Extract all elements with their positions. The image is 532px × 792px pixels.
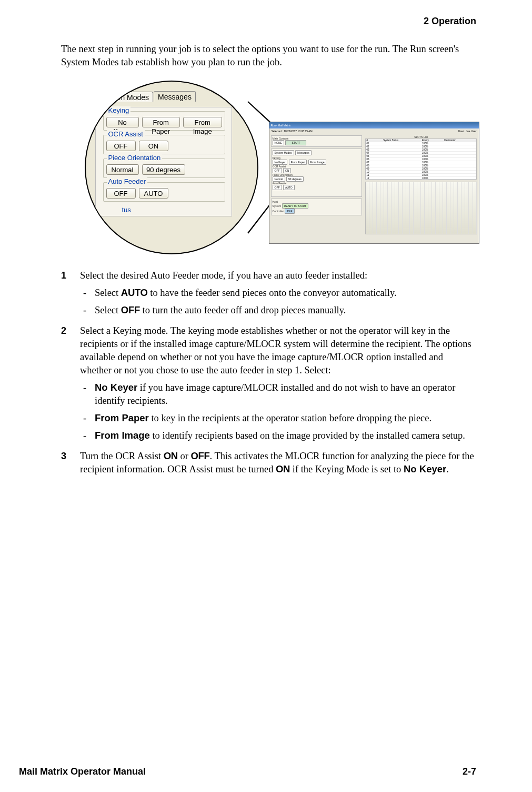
thumb-ocr-on[interactable]: ON xyxy=(283,168,292,173)
step-3-pre1: Turn the OCR Assist xyxy=(80,451,164,461)
thumb-tab-messages[interactable]: Messages xyxy=(295,150,312,155)
group-label-orient: Piece Orientation xyxy=(107,154,163,162)
keying-from-paper-button[interactable]: From Paper xyxy=(142,117,180,127)
step-2c-bold: From Image xyxy=(95,430,150,441)
step-2: Select a Keying mode. The keying mode es… xyxy=(61,324,476,442)
step-3-b1: ON xyxy=(164,450,178,461)
step-2c-post: to identify recipients based on the imag… xyxy=(150,430,465,441)
step-1b: Select OFF to turn the auto feeder off a… xyxy=(80,304,476,317)
thumb-none-button[interactable]: NONE xyxy=(273,140,284,145)
step-3: Turn the OCR Assist ON or OFF. This acti… xyxy=(61,450,476,476)
step-1a-bold: AUTO xyxy=(121,287,148,298)
step-3-b4: No Keyer xyxy=(404,463,446,474)
thumb-orient-label: Piece Orientation xyxy=(273,173,360,176)
thumb-host-label: Host xyxy=(273,200,278,203)
thumb-orient-90[interactable]: 90 degrees xyxy=(286,176,304,182)
thumb-th-status: System Status xyxy=(382,139,421,142)
thumb-titlebar: Run - Mail Matrix xyxy=(269,122,479,128)
step-1a-pre: Select xyxy=(95,288,121,298)
group-keying: Keying No Keyer From Paper From Image xyxy=(103,111,225,131)
thumb-idle: IDLE xyxy=(285,209,295,214)
intro-paragraph: The next step in running your job is to … xyxy=(61,43,476,69)
thumb-controller-label: Controller xyxy=(273,210,284,213)
thumb-slots-table: # System Status Empty Destination 01100%… xyxy=(365,138,477,180)
step-1: Select the desired Auto Feeder mode, if … xyxy=(61,269,476,317)
orient-normal-button[interactable]: Normal xyxy=(106,164,139,175)
step-2a-bold: No Keyer xyxy=(95,382,137,393)
thumb-system-modes: System Modes Messages Keying No Keyer Fr… xyxy=(271,148,362,197)
thumb-feeder-auto[interactable]: AUTO xyxy=(283,185,295,190)
step-1b-post: to turn the auto feeder off and drop pie… xyxy=(140,305,346,315)
keying-no-keyer-button[interactable]: No Keyer xyxy=(106,117,139,127)
step-2b: From Paper to key in the recipients at t… xyxy=(80,412,476,425)
thumb-from-image[interactable]: From Image xyxy=(308,160,327,165)
thumb-system-label: System xyxy=(273,204,282,207)
orient-90deg-button[interactable]: 90 degrees xyxy=(142,164,185,175)
chapter-header: 2 Operation xyxy=(61,16,476,27)
step-3-b2: OFF xyxy=(191,450,210,461)
system-modes-panel: Keying No Keyer From Paper From Image OC… xyxy=(95,107,232,216)
step-3-mid1: or xyxy=(178,451,191,461)
page-footer: Mail Matrix Operator Manual 2-7 xyxy=(0,766,532,792)
step-2c: From Image to identify recipients based … xyxy=(80,429,476,442)
step-3-b3: ON xyxy=(276,463,290,474)
thumb-th-empty: Empty xyxy=(421,139,443,142)
ocr-on-button[interactable]: ON xyxy=(139,141,168,151)
step-1b-pre: Select xyxy=(95,305,121,315)
thumb-host-box: Host System READY TO START Controller ID… xyxy=(271,199,362,215)
group-label-keying: Keying xyxy=(107,106,131,114)
footer-page-number: 2-7 xyxy=(463,766,476,777)
thumb-main-controls: Main Controls NONE START xyxy=(271,135,362,147)
step-3-post3: . xyxy=(446,464,449,474)
step-2b-bold: From Paper xyxy=(95,412,149,423)
step-2a-post: if you have image capture/MLOCR installe… xyxy=(95,382,455,406)
thumb-title: Run - Mail Matrix xyxy=(271,124,291,127)
thumb-feeder-off[interactable]: OFF xyxy=(273,185,282,190)
step-1a-post: to have the feeder send pieces onto the … xyxy=(148,288,397,298)
tab-messages[interactable]: Messages xyxy=(154,91,196,102)
zoom-lens: System Modes Messages Keying No Keyer Fr… xyxy=(85,81,258,254)
thumb-ready: READY TO START xyxy=(282,203,309,209)
thumb-from-paper[interactable]: From Paper xyxy=(289,160,307,165)
ocr-off-button[interactable]: OFF xyxy=(106,141,136,151)
group-label-feeder: Auto Feeder xyxy=(107,177,148,185)
step-1a: Select AUTO to have the feeder send piec… xyxy=(80,286,476,300)
thumb-th-dest: Destination xyxy=(443,139,476,142)
step-2a: No Keyer if you have image capture/MLOCR… xyxy=(80,381,476,408)
keying-from-image-button[interactable]: From Image xyxy=(183,117,222,127)
tab-system-modes[interactable]: System Modes xyxy=(96,92,154,102)
thumb-ocr-off[interactable]: OFF xyxy=(273,168,282,173)
footer-manual-title: Mail Matrix Operator Manual xyxy=(19,766,146,777)
figure: System Modes Messages Keying No Keyer Fr… xyxy=(85,81,453,254)
feeder-auto-button[interactable]: AUTO xyxy=(139,188,168,199)
thumb-start-button[interactable]: START xyxy=(285,140,306,145)
group-ocr-assist: OCR Assist OFF ON xyxy=(103,135,225,154)
group-piece-orientation: Piece Orientation Normal 90 degrees xyxy=(103,159,225,178)
step-2b-post: to key in the recipients at the operator… xyxy=(149,413,431,423)
thumb-th-num: # xyxy=(366,139,383,142)
partial-word: tus xyxy=(122,206,232,214)
thumb-selected: Selected : 10/26/2007 10:08:15 AM xyxy=(272,130,313,133)
thumb-orient-normal[interactable]: Normal xyxy=(273,176,285,182)
step-1b-bold: OFF xyxy=(121,304,140,315)
group-label-ocr: OCR Assist xyxy=(107,130,145,138)
thumb-no-keyer[interactable]: No Keyer xyxy=(273,160,288,165)
thumb-tab-system-modes[interactable]: System Modes xyxy=(273,150,294,155)
thumb-table-row: 12100% xyxy=(366,177,477,180)
thumb-slot-graphic xyxy=(365,182,477,234)
feeder-off-button[interactable]: OFF xyxy=(106,188,136,199)
group-auto-feeder: Auto Feeder OFF AUTO xyxy=(103,182,225,202)
run-screen-thumbnail: Run - Mail Matrix Selected : 10/26/2007 … xyxy=(269,122,479,244)
step-3-post2: if the Keying Mode is set to xyxy=(290,464,404,474)
step-2-text: Select a Keying mode. The keying mode es… xyxy=(80,325,471,375)
thumb-user: User : Joe User xyxy=(458,130,477,133)
tab-row: System Modes Messages xyxy=(96,91,232,102)
step-1-text: Select the desired Auto Feeder mode, if … xyxy=(80,270,367,281)
